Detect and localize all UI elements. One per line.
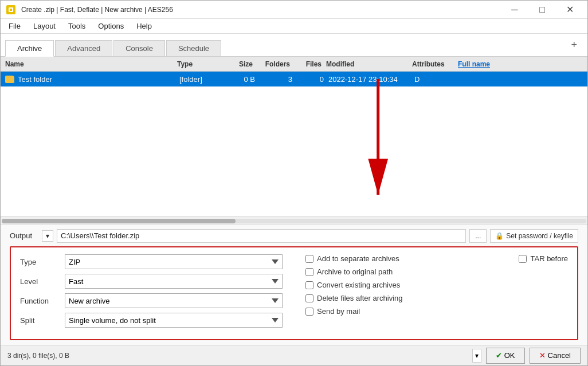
convert-existing-label: Convert existing archives [317, 281, 400, 289]
add-to-separate-checkbox[interactable] [305, 255, 313, 263]
file-size: 0 B [225, 75, 260, 84]
svg-rect-2 [10, 9, 12, 11]
file-name: Test folder [18, 75, 179, 84]
send-by-mail-row[interactable]: Send by mail [305, 307, 568, 316]
col-header-modified: Modified [326, 60, 412, 68]
status-text: 3 dir(s), 0 file(s), 0 B [7, 352, 468, 360]
tar-before-label: TAR before [530, 254, 568, 263]
tab-archive[interactable]: Archive [5, 40, 54, 57]
col-header-folders: Folders [257, 60, 295, 68]
menu-file[interactable]: File [3, 21, 26, 32]
browse-button[interactable]: ... [469, 229, 487, 243]
menu-help[interactable]: Help [131, 21, 158, 32]
tab-console[interactable]: Console [113, 40, 165, 56]
tab-schedule[interactable]: Schedule [166, 40, 221, 56]
file-list: Test folder [folder] 0 B 3 0 2022-12-17 … [1, 72, 587, 217]
cancel-label: Cancel [548, 351, 571, 360]
add-to-separate-row[interactable]: Add to separate archives [305, 254, 399, 263]
split-select[interactable]: Single volume, do not split100 MB700 MB1… [65, 313, 283, 328]
minimize-button[interactable]: ─ [501, 1, 528, 19]
output-path-suffix: \Test folder.zip [92, 231, 139, 240]
output-label: Output [10, 231, 38, 240]
output-dropdown-icon: ▾ [46, 232, 49, 240]
type-label: Type [20, 258, 60, 266]
delete-after-row[interactable]: Delete files after archiving [305, 294, 568, 302]
cancel-button[interactable]: ✕ Cancel [530, 348, 581, 364]
file-list-header: Name Type Size Folders Files Modified At… [1, 57, 587, 72]
col-header-attributes: Attributes [412, 60, 458, 68]
window-controls: ─ □ ✕ [501, 1, 583, 19]
password-button[interactable]: 🔒 Set password / keyfile [490, 229, 578, 243]
archive-original-label: Archive to original path [317, 267, 393, 276]
col-header-name: Name [5, 60, 177, 68]
dropdown-icon: ▾ [475, 352, 479, 360]
horizontal-scrollbar[interactable] [1, 217, 587, 225]
split-label: Split [20, 316, 60, 325]
tar-before-checkbox[interactable] [519, 255, 527, 263]
menu-bar: File Layout Tools Options Help [1, 19, 587, 34]
menu-layout[interactable]: Layout [28, 21, 61, 32]
tar-before-row[interactable]: TAR before [519, 254, 568, 263]
send-by-mail-label: Send by mail [317, 307, 360, 316]
output-path-text: C:\Users\ [61, 231, 92, 240]
split-row: Split Single volume, do not split100 MB7… [20, 313, 283, 328]
status-bar: 3 dir(s), 0 file(s), 0 B ▾ ✔ OK ✕ Cancel [1, 345, 587, 365]
options-left: Type ZIP7ZTARGZipBZip2XZ Level StoreFast… [20, 254, 294, 332]
delete-after-label: Delete files after archiving [317, 294, 403, 302]
convert-existing-row[interactable]: Convert existing archives [305, 281, 568, 289]
title-bar: Create .zip | Fast, Deflate | New archiv… [1, 1, 587, 19]
file-folders: 3 [260, 75, 297, 84]
ok-check-icon: ✔ [496, 351, 502, 360]
level-label: Level [20, 277, 60, 286]
col-header-files: Files [295, 60, 326, 68]
add-tab-button[interactable]: + [565, 37, 583, 53]
password-label: Set password / keyfile [506, 232, 573, 240]
menu-options[interactable]: Options [92, 21, 130, 32]
output-bar: Output ▾ C:\Users\ \Test folder.zip ... … [1, 225, 587, 246]
options-right: Add to separate archives TAR before Arch… [294, 254, 568, 332]
function-label: Function [20, 297, 60, 305]
file-attributes: D [414, 75, 460, 84]
cancel-x-icon: ✕ [539, 351, 546, 360]
window-title: Create .zip | Fast, Deflate | New archiv… [21, 6, 501, 14]
status-dropdown[interactable]: ▾ [472, 349, 481, 363]
scrollbar-thumb [2, 219, 236, 223]
main-window: Create .zip | Fast, Deflate | New archiv… [0, 0, 588, 366]
file-modified: 2022-12-17 23:10:34 [328, 75, 414, 84]
type-select[interactable]: ZIP7ZTARGZipBZip2XZ [65, 254, 283, 269]
function-row: Function New archiveAddUpdateFreshenSync… [20, 293, 283, 308]
level-select[interactable]: StoreFastestFastNormalMaximumUltra [65, 274, 283, 289]
options-panel: Type ZIP7ZTARGZipBZip2XZ Level StoreFast… [10, 246, 578, 340]
delete-after-checkbox[interactable] [305, 294, 313, 302]
convert-existing-checkbox[interactable] [305, 281, 313, 289]
output-dropdown-button[interactable]: ▾ [42, 230, 53, 242]
send-by-mail-checkbox[interactable] [305, 308, 313, 316]
ok-label: OK [504, 351, 515, 360]
archive-original-checkbox[interactable] [305, 268, 313, 276]
add-to-separate-label: Add to separate archives [317, 254, 399, 263]
col-header-type: Type [177, 60, 223, 68]
file-files: 0 [297, 75, 328, 84]
archive-original-row[interactable]: Archive to original path [305, 267, 568, 276]
scrollbar-track [2, 219, 586, 223]
menu-tools[interactable]: Tools [62, 21, 91, 32]
output-path-field[interactable]: C:\Users\ \Test folder.zip [57, 229, 466, 243]
col-header-size: Size [223, 60, 257, 68]
function-select[interactable]: New archiveAddUpdateFreshenSynchronize [65, 293, 283, 308]
maximize-button[interactable]: □ [529, 1, 555, 19]
type-row: Type ZIP7ZTARGZipBZip2XZ [20, 254, 283, 269]
ok-button[interactable]: ✔ OK [486, 348, 525, 364]
close-button[interactable]: ✕ [556, 1, 583, 19]
options-grid: Type ZIP7ZTARGZipBZip2XZ Level StoreFast… [20, 254, 568, 332]
tab-advanced[interactable]: Advanced [55, 40, 112, 56]
file-type: [folder] [179, 75, 225, 84]
folder-icon [5, 76, 14, 83]
level-row: Level StoreFastestFastNormalMaximumUltra [20, 274, 283, 289]
col-header-fullname[interactable]: Full name [458, 60, 527, 68]
table-row[interactable]: Test folder [folder] 0 B 3 0 2022-12-17 … [1, 72, 587, 86]
lock-icon: 🔒 [495, 232, 504, 240]
app-icon [5, 4, 17, 15]
tab-bar: Archive Advanced Console Schedule + [1, 34, 587, 57]
